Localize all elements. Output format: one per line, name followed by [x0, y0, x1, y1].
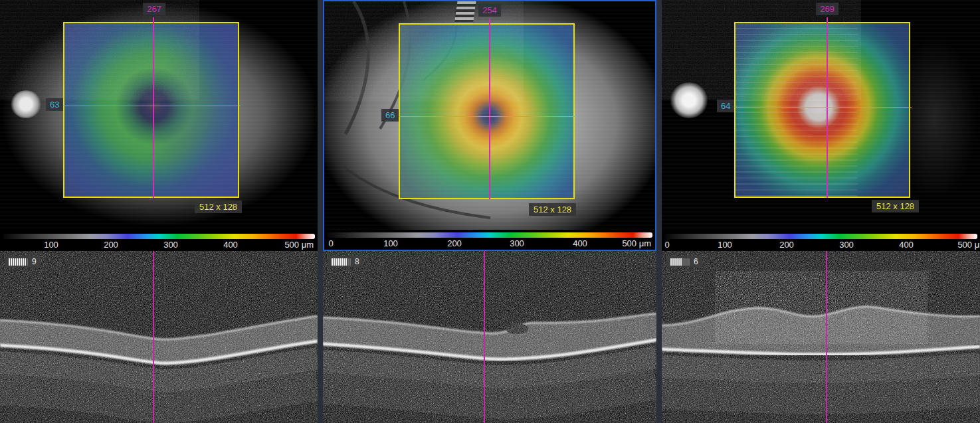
signal-strength-badge: 8 — [328, 256, 363, 268]
thickness-scale-bar: 100 200 300 400 500 μm — [0, 231, 318, 251]
crosshair-x-readout: 269 — [816, 3, 838, 15]
bscan-crosshair-line[interactable] — [153, 251, 154, 423]
crosshair-y-readout: 66 — [381, 109, 399, 122]
fundus-section-center-selected[interactable]: 254 66 512 x 128 0 100 200 300 400 500 μ… — [323, 0, 656, 251]
scale-tick: 0 — [664, 240, 669, 250]
scale-tick: 300 — [510, 238, 524, 248]
scale-tick: 0 — [328, 238, 333, 248]
bscan-image — [662, 251, 980, 423]
bscan-image — [323, 251, 656, 423]
fundus-section-right: 269 64 512 x 128 0 100 200 300 400 500 μ… — [662, 0, 980, 251]
scale-tick: 300 — [163, 240, 178, 250]
crosshair-x-readout: 254 — [478, 4, 501, 17]
signal-bars-icon — [9, 258, 29, 266]
roi-box[interactable] — [399, 23, 575, 199]
fundus-view-right[interactable]: 269 64 512 x 128 — [662, 0, 980, 231]
thickness-scale-bar: 0 100 200 300 400 500 μm — [324, 230, 655, 250]
scale-tick: 200 — [779, 240, 794, 250]
signal-strength-badge: 6 — [666, 256, 702, 268]
signal-value: 8 — [355, 258, 359, 266]
crosshair-y-readout: 63 — [46, 98, 63, 111]
roi-size-label: 512 x 128 — [529, 203, 576, 216]
bscan-view-center[interactable]: 8 — [323, 251, 656, 423]
scale-tick: 200 — [447, 238, 462, 248]
roi-size-label: 512 x 128 — [872, 200, 919, 212]
crosshair-horizontal-line[interactable] — [733, 107, 912, 108]
scale-tick: 500 μm — [622, 238, 651, 248]
bscan-view-right[interactable]: 6 — [662, 251, 980, 423]
scale-tick: 100 — [383, 238, 398, 248]
bscan-crosshair-line[interactable] — [826, 251, 827, 423]
scale-tick: 400 — [899, 240, 914, 250]
panel-center: 254 66 512 x 128 0 100 200 300 400 500 μ… — [323, 0, 656, 423]
signal-bars-icon — [332, 258, 351, 266]
signal-strength-badge: 9 — [5, 256, 41, 268]
roi-box[interactable] — [734, 22, 910, 198]
scale-tick: 400 — [223, 240, 238, 250]
thickness-color-gradient — [664, 234, 977, 239]
panel-right: 269 64 512 x 128 0 100 200 300 400 500 μ… — [662, 0, 980, 423]
thickness-color-gradient — [327, 232, 652, 238]
crosshair-vertical-line[interactable] — [489, 19, 490, 199]
bscan-view-left[interactable]: 9 — [0, 251, 318, 423]
bscan-crosshair-line[interactable] — [484, 251, 485, 423]
fundus-section-left: 267 63 512 x 128 100 200 300 400 500 μm — [0, 0, 318, 251]
bscan-image — [0, 251, 318, 423]
panel-divider — [318, 0, 323, 423]
scale-tick: 500 μm — [957, 240, 980, 250]
roi-size-label: 512 x 128 — [195, 201, 242, 213]
scale-tick: 500 μm — [284, 240, 314, 250]
fundus-view-center[interactable]: 254 66 512 x 128 — [324, 1, 655, 232]
thickness-scale-bar: 0 100 200 300 400 500 μm — [662, 231, 980, 251]
thickness-color-gradient — [3, 234, 315, 239]
scale-tick: 100 — [44, 240, 58, 250]
crosshair-vertical-line[interactable] — [827, 17, 828, 198]
scale-tick: 400 — [573, 238, 587, 248]
panel-divider — [656, 0, 662, 423]
signal-value: 9 — [32, 258, 37, 266]
scale-tick: 100 — [718, 240, 732, 250]
crosshair-horizontal-line[interactable] — [397, 116, 576, 117]
crosshair-horizontal-line[interactable] — [62, 106, 241, 106]
scale-tick: 300 — [839, 240, 854, 250]
signal-bars-icon — [670, 258, 690, 266]
crosshair-vertical-line[interactable] — [153, 17, 154, 198]
crosshair-x-readout: 267 — [143, 3, 165, 15]
fundus-view-left[interactable]: 267 63 512 x 128 — [0, 0, 318, 231]
oct-comparison-view: 267 63 512 x 128 100 200 300 400 500 μm — [0, 0, 980, 423]
panel-left: 267 63 512 x 128 100 200 300 400 500 μm — [0, 0, 318, 423]
roi-box[interactable] — [63, 22, 239, 198]
signal-value: 6 — [694, 258, 698, 266]
scale-tick: 200 — [104, 240, 118, 250]
crosshair-y-readout: 64 — [717, 100, 734, 112]
